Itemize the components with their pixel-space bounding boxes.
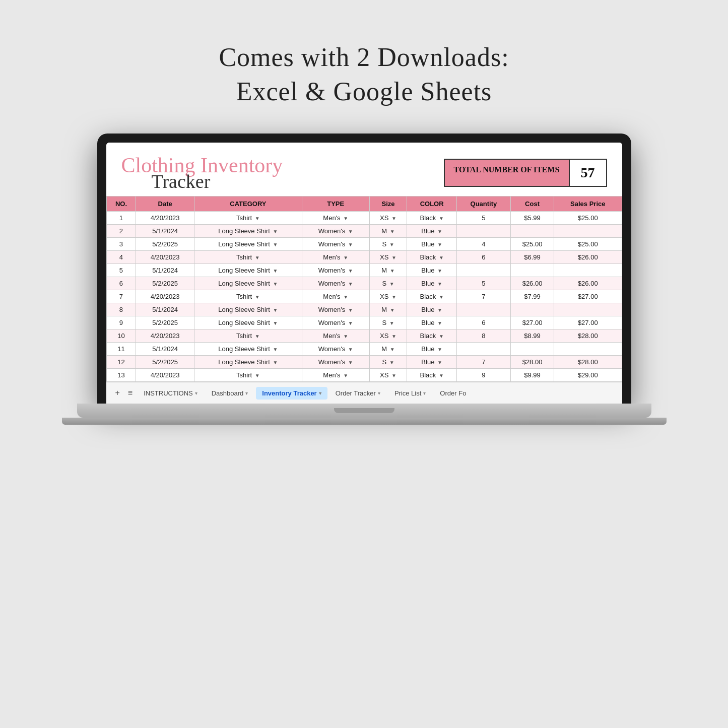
cell-price: $28.00	[554, 329, 622, 343]
cell-price: $27.00	[554, 316, 622, 329]
cell-no: 2	[106, 225, 136, 238]
cell-cost	[511, 264, 554, 277]
cell-no: 13	[106, 369, 136, 382]
table-row: 44/20/2023Tshirt ▼Men's ▼XS ▼Black ▼6$6.…	[106, 251, 622, 264]
cell-date: 5/1/2024	[136, 303, 194, 316]
inventory-table: NO. Date CATEGORY TYPE Size COLOR Quanti…	[106, 196, 622, 382]
cell-size: M ▼	[369, 343, 407, 356]
cell-size: S ▼	[369, 316, 407, 329]
cell-qty	[456, 264, 510, 277]
cell-size: S ▼	[369, 238, 407, 251]
cell-color: Black ▼	[407, 329, 456, 343]
col-size: Size	[369, 196, 407, 212]
cell-date: 5/1/2024	[136, 264, 194, 277]
table-row: 104/20/2023Tshirt ▼Men's ▼XS ▼Black ▼8$8…	[106, 329, 622, 343]
cell-color: Blue ▼	[407, 343, 456, 356]
cell-price: $27.00	[554, 290, 622, 303]
tab-order-form[interactable]: Order Fo	[434, 387, 472, 400]
cell-type: Women's ▼	[302, 356, 369, 369]
cell-no: 7	[106, 290, 136, 303]
cell-price	[554, 264, 622, 277]
tab-inventory-tracker[interactable]: Inventory Tracker ▾	[256, 387, 327, 400]
headline-line2: Excel & Google Sheets	[219, 75, 509, 109]
table-row: 85/1/2024Long Sleeve Shirt ▼Women's ▼M ▼…	[106, 303, 622, 316]
cell-cost	[511, 225, 554, 238]
tab-instructions[interactable]: INSTRUCTIONS ▾	[138, 387, 204, 400]
table-row: 65/2/2025Long Sleeve Shirt ▼Women's ▼S ▼…	[106, 277, 622, 290]
cell-no: 8	[106, 303, 136, 316]
cell-type: Men's ▼	[302, 251, 369, 264]
table-row: 115/1/2024Long Sleeve Shirt ▼Women's ▼M …	[106, 343, 622, 356]
cell-color: Blue ▼	[407, 238, 456, 251]
cell-date: 5/1/2024	[136, 225, 194, 238]
cell-category: Long Sleeve Shirt ▼	[194, 277, 302, 290]
col-no: NO.	[106, 196, 136, 212]
cell-price: $29.00	[554, 369, 622, 382]
cell-qty: 6	[456, 251, 510, 264]
cell-size: M ▼	[369, 225, 407, 238]
col-color: COLOR	[407, 196, 456, 212]
cell-cost: $26.00	[511, 277, 554, 290]
tab-dashboard[interactable]: Dashboard ▾	[206, 387, 254, 400]
cell-category: Long Sleeve Shirt ▼	[194, 343, 302, 356]
cell-price: $25.00	[554, 238, 622, 251]
cell-color: Blue ▼	[407, 316, 456, 329]
add-sheet-button[interactable]: +	[112, 386, 123, 400]
cell-category: Tshirt ▼	[194, 212, 302, 225]
cell-cost	[511, 343, 554, 356]
table-row: 35/2/2025Long Sleeve Shirt ▼Women's ▼S ▼…	[106, 238, 622, 251]
cell-category: Long Sleeve Shirt ▼	[194, 264, 302, 277]
table-row: 55/1/2024Long Sleeve Shirt ▼Women's ▼M ▼…	[106, 264, 622, 277]
cell-date: 4/20/2023	[136, 329, 194, 343]
cell-cost: $5.99	[511, 212, 554, 225]
cell-category: Tshirt ▼	[194, 290, 302, 303]
laptop-wrapper: Clothing Inventory Tracker TOTAL NUMBER …	[87, 134, 641, 425]
cell-type: Women's ▼	[302, 343, 369, 356]
cell-qty: 4	[456, 238, 510, 251]
cell-type: Men's ▼	[302, 329, 369, 343]
cell-date: 5/2/2025	[136, 277, 194, 290]
cell-type: Men's ▼	[302, 212, 369, 225]
cell-qty	[456, 303, 510, 316]
cell-cost: $25.00	[511, 238, 554, 251]
cell-cost: $28.00	[511, 356, 554, 369]
table-row: 25/1/2024Long Sleeve Shirt ▼Women's ▼M ▼…	[106, 225, 622, 238]
cell-size: M ▼	[369, 303, 407, 316]
spreadsheet-header: Clothing Inventory Tracker TOTAL NUMBER …	[106, 143, 622, 196]
col-cost: Cost	[511, 196, 554, 212]
cell-cost: $9.99	[511, 369, 554, 382]
sheet-menu-button[interactable]: ≡	[125, 386, 136, 400]
headline-area: Comes with 2 Downloads: Excel & Google S…	[219, 40, 509, 108]
laptop-bottom-bar	[62, 418, 667, 425]
cell-price	[554, 343, 622, 356]
cell-no: 9	[106, 316, 136, 329]
cell-cost: $8.99	[511, 329, 554, 343]
cell-date: 5/2/2025	[136, 356, 194, 369]
cell-type: Women's ▼	[302, 238, 369, 251]
logo-serif: Tracker	[152, 172, 283, 191]
cell-cost: $6.99	[511, 251, 554, 264]
cell-no: 4	[106, 251, 136, 264]
cell-color: Blue ▼	[407, 303, 456, 316]
cell-size: S ▼	[369, 277, 407, 290]
tab-price-list[interactable]: Price List ▾	[388, 387, 432, 400]
cell-type: Women's ▼	[302, 303, 369, 316]
table-row: 95/2/2025Long Sleeve Shirt ▼Women's ▼S ▼…	[106, 316, 622, 329]
col-type: TYPE	[302, 196, 369, 212]
cell-color: Blue ▼	[407, 264, 456, 277]
cell-date: 5/2/2025	[136, 316, 194, 329]
cell-qty	[456, 343, 510, 356]
cell-qty: 7	[456, 356, 510, 369]
cell-type: Women's ▼	[302, 316, 369, 329]
tab-order-tracker[interactable]: Order Tracker ▾	[329, 387, 386, 400]
cell-no: 5	[106, 264, 136, 277]
cell-color: Black ▼	[407, 290, 456, 303]
cell-date: 4/20/2023	[136, 212, 194, 225]
cell-color: Black ▼	[407, 369, 456, 382]
col-category: CATEGORY	[194, 196, 302, 212]
cell-qty: 9	[456, 369, 510, 382]
total-box: TOTAL NUMBER OF ITEMS 57	[444, 159, 607, 187]
headline-line1: Comes with 2 Downloads:	[219, 40, 509, 75]
laptop-base	[77, 404, 651, 418]
cell-qty: 7	[456, 290, 510, 303]
